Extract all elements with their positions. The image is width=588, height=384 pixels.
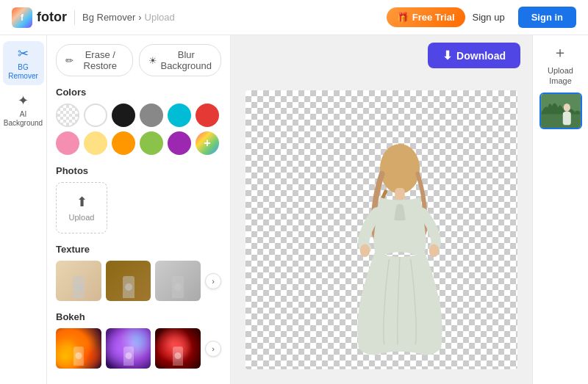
tool-bg-remover-label: BGRemover (8, 63, 38, 81)
logo-icon: f (12, 7, 32, 28)
texture-section: Texture › (56, 244, 221, 301)
bokeh-thumb-3[interactable] (155, 328, 201, 369)
bokeh-thumb-2[interactable] (106, 328, 151, 369)
tools-sidebar: ✂ BGRemover ✦ AIBackground (0, 35, 47, 384)
svg-point-6 (563, 103, 570, 111)
color-transparent[interactable] (56, 104, 79, 127)
bokeh-grid: › (56, 328, 221, 369)
svg-point-0 (380, 144, 420, 194)
photos-upload-box[interactable]: ⬆ Upload (56, 182, 107, 233)
signup-button[interactable]: Sign up (465, 7, 512, 27)
colors-grid: + (56, 104, 221, 155)
tool-ai-bg-label: AIBackground (4, 110, 43, 128)
main-layout: ✂ BGRemover ✦ AIBackground ✏ Erase / Res… (0, 35, 588, 384)
tool-ai-background[interactable]: ✦ AIBackground (3, 88, 44, 132)
color-purple[interactable] (168, 131, 191, 155)
upload-image-label: UploadImage (548, 65, 573, 87)
svg-point-2 (360, 244, 370, 257)
header-divider (74, 10, 75, 25)
color-add-button[interactable]: + (196, 131, 219, 155)
free-trial-button[interactable]: 🎁 Free Trial (387, 7, 465, 27)
texture-title: Texture (56, 244, 221, 255)
right-panel: ＋ UploadImage (532, 35, 588, 384)
breadcrumb-sep: › (138, 12, 141, 23)
subject-figure (326, 142, 473, 369)
header: f fotor Bg Remover › Upload 🎁 Free Trial… (0, 0, 588, 35)
color-black[interactable] (112, 104, 135, 127)
thumb-preview (541, 94, 581, 128)
left-panel: ✏ Erase / Restore ☀ Blur Background Colo… (47, 35, 231, 384)
bokeh-next-arrow[interactable]: › (205, 341, 221, 357)
texture-next-arrow[interactable]: › (205, 273, 221, 289)
photos-title: Photos (56, 165, 221, 176)
tool-bg-remover[interactable]: ✂ BGRemover (3, 41, 44, 85)
signin-button[interactable]: Sign in (518, 7, 576, 28)
color-white[interactable] (84, 104, 107, 127)
color-orange[interactable] (112, 131, 135, 155)
upload-label: Upload (69, 213, 95, 222)
texture-grid: › (56, 261, 221, 301)
tab-blur-background[interactable]: ☀ Blur Background (139, 44, 221, 76)
colors-title: Colors (56, 87, 221, 98)
upload-image-button[interactable]: ＋ UploadImage (548, 43, 573, 87)
bokeh-thumb-1[interactable] (56, 328, 101, 369)
canvas-area: ⬇ Download (231, 35, 532, 384)
svg-rect-1 (395, 188, 405, 200)
color-pink[interactable] (56, 131, 79, 155)
panel-tabs: ✏ Erase / Restore ☀ Blur Background (56, 44, 221, 76)
photos-section: Photos ⬆ Upload (56, 165, 221, 233)
color-red[interactable] (196, 104, 219, 127)
bokeh-title: Bokeh (56, 311, 221, 322)
bokeh-section: Bokeh › (56, 311, 221, 369)
sun-icon: ☀ (148, 55, 157, 66)
breadcrumb: Bg Remover › Upload (82, 12, 175, 23)
breadcrumb-page: Upload (145, 12, 175, 23)
tab-erase-restore[interactable]: ✏ Erase / Restore (56, 44, 133, 76)
texture-thumb-2[interactable] (106, 261, 151, 301)
svg-rect-7 (562, 112, 570, 125)
logo-text: fotor (37, 10, 67, 25)
sparkle-icon: ✦ (18, 93, 29, 109)
upload-icon: ⬆ (76, 194, 87, 210)
image-thumbnail[interactable] (539, 93, 582, 129)
breadcrumb-tool: Bg Remover (82, 12, 135, 23)
color-cyan[interactable] (168, 104, 191, 127)
pen-icon: ✏ (65, 55, 74, 66)
texture-thumb-3[interactable] (155, 261, 201, 301)
download-button[interactable]: ⬇ Download (428, 43, 520, 68)
color-green[interactable] (140, 131, 163, 155)
download-icon: ⬇ (442, 48, 452, 62)
scissors-icon: ✂ (18, 46, 29, 62)
canvas-toolbar: ⬇ Download (231, 35, 532, 76)
texture-thumb-1[interactable] (56, 261, 101, 301)
plus-icon: ＋ (553, 43, 567, 62)
canvas-view (231, 76, 532, 384)
color-yellow[interactable] (84, 131, 107, 155)
svg-point-3 (429, 244, 440, 257)
gift-icon: 🎁 (397, 12, 409, 23)
logo: f fotor (12, 7, 67, 28)
color-gray[interactable] (140, 104, 163, 127)
